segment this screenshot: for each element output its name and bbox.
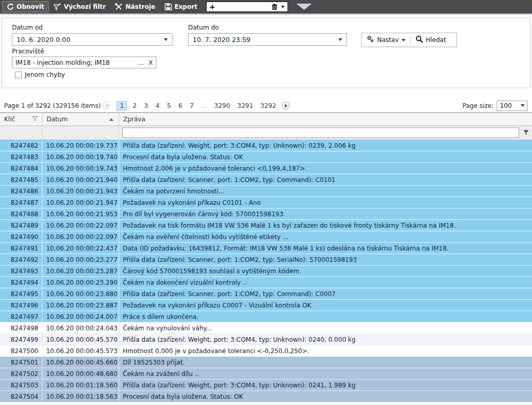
- page-number-button[interactable]: 3: [142, 102, 150, 110]
- row-message-cell: Čekám na dokončení vizuální kontroly ..: [119, 277, 532, 288]
- row-key-cell: 8247499: [0, 334, 42, 345]
- search-button[interactable]: Hledat: [411, 33, 451, 47]
- table-row[interactable]: 824748210.06.20 00:00:19.737Přišla data …: [0, 140, 532, 151]
- table-row[interactable]: 824750310.06.20 00:01:18.560Přišla data …: [0, 380, 532, 391]
- workplace-browse-button[interactable]: ...: [138, 59, 143, 66]
- tools-icon: [115, 3, 123, 10]
- filter-cell-date[interactable]: [42, 126, 119, 139]
- trash-icon[interactable]: [271, 4, 278, 10]
- table-row[interactable]: 824750410.06.20 00:01:18.563Procesní dat…: [0, 391, 532, 402]
- pager-pages: 1234567...329032913292: [114, 101, 280, 110]
- table-row[interactable]: 824749610.06.20 00:00:23.887Požadavek na…: [0, 300, 532, 311]
- preset-combo-value: +: [209, 3, 271, 10]
- page-number-button[interactable]: 6: [177, 102, 184, 110]
- table-row[interactable]: 824748610.06.20 00:00:21.943Čekám na pot…: [0, 186, 532, 197]
- preset-combo-caret-icon[interactable]: [281, 6, 285, 8]
- refresh-label: Obnovit: [17, 3, 44, 10]
- page-number-button[interactable]: 7: [188, 102, 195, 110]
- page-number-button[interactable]: 2: [131, 102, 138, 110]
- message-filter-input[interactable]: [122, 128, 519, 138]
- table-row[interactable]: 824748410.06.20 00:00:19.743Hmotnost 2,0…: [0, 163, 532, 174]
- date-from-label: Datum od: [12, 24, 42, 31]
- default-filter-button[interactable]: Výchozí filtr: [49, 1, 110, 12]
- page-size-caret-icon[interactable]: [521, 104, 525, 107]
- table-row[interactable]: 824750110.06.20 00:00:45.660Díl 19525303…: [0, 357, 532, 368]
- row-date-cell: 10.06.20 00:01:18.560: [42, 380, 119, 390]
- page-size-combo[interactable]: 100: [497, 101, 528, 111]
- date-to-combo[interactable]: 10. 7. 2020 23:59: [188, 33, 347, 46]
- row-message-cell: Čekám na vynulování váhy...: [119, 323, 532, 333]
- table-row[interactable]: 824748310.06.20 00:00:19.740Procesní dat…: [0, 151, 532, 163]
- page-number-button[interactable]: 1: [117, 101, 127, 110]
- row-date-cell: 10.06.20 00:00:23.277: [42, 254, 119, 265]
- filter-cell-key[interactable]: [0, 126, 42, 139]
- table-row[interactable]: 824750010.06.20 00:00:45.573Hmotnost 0,0…: [0, 345, 532, 357]
- row-message-cell: Procesní data byla uložena. Status: OK: [119, 151, 532, 162]
- table-row[interactable]: 824749510.06.20 00:00:23.880Přišla data …: [0, 288, 532, 300]
- column-header-message[interactable]: Zpráva: [119, 113, 532, 125]
- tools-button[interactable]: Nástroje: [110, 1, 160, 12]
- refresh-button[interactable]: Obnovit: [2, 1, 49, 12]
- column-filter-funnel-icon[interactable]: [32, 116, 38, 123]
- export-button[interactable]: Export: [160, 1, 202, 12]
- table-row[interactable]: 824749010.06.20 00:00:22.097Čekám na ově…: [0, 231, 532, 243]
- table-row[interactable]: 824749310.06.20 00:00:23.287Čárový kód 5…: [0, 266, 532, 277]
- set-button-label: Nastav: [377, 36, 399, 44]
- prev-page-button[interactable]: [103, 102, 110, 109]
- table-row[interactable]: 824748810.06.20 00:00:21.953Pro díl byl …: [0, 208, 532, 220]
- page-number-button[interactable]: 5: [165, 102, 172, 110]
- filter-actions-group: Nastav Hledat: [361, 33, 457, 47]
- row-key-cell: 8247493: [0, 266, 42, 276]
- collapse-toolbar-chevron-icon[interactable]: [296, 4, 312, 10]
- page-number-button[interactable]: 3290: [213, 102, 232, 110]
- workplace-clear-button[interactable]: X: [149, 59, 153, 66]
- next-page-icon: [285, 104, 287, 108]
- set-button-caret-icon[interactable]: [401, 39, 406, 41]
- page-number-button[interactable]: 3292: [259, 102, 278, 110]
- only-errors-label: Jenom chyby: [25, 71, 65, 78]
- table-row[interactable]: 824749910.06.20 00:00:45.570Přišla data …: [0, 334, 532, 345]
- set-button[interactable]: Nastav: [362, 33, 410, 47]
- date-from-combo[interactable]: 10. 6. 2020 0:00: [12, 33, 172, 46]
- sort-ascending-icon: [109, 118, 113, 121]
- row-message-cell: Přišla data (zařízení: Weight, port: 3:C…: [119, 334, 532, 345]
- grid-filter-row: [0, 126, 532, 140]
- export-label: Export: [175, 3, 197, 10]
- row-key-cell: 8247492: [0, 254, 42, 265]
- table-row[interactable]: 824748710.06.20 00:00:21.947Požadavek na…: [0, 197, 532, 208]
- table-row[interactable]: 824749410.06.20 00:00:23.290Čekám na dok…: [0, 277, 532, 288]
- row-message-cell: Procesní data byla uložena. Status: OK: [119, 391, 532, 402]
- workplace-input[interactable]: IM18 - injection molding; IM18 ... X: [12, 57, 156, 68]
- tools-label: Nástroje: [125, 3, 155, 10]
- row-date-cell: 10.06.20 00:00:45.660: [42, 357, 119, 368]
- page-number-button[interactable]: 4: [154, 102, 161, 110]
- row-message-cell: Práce s dílem ukončena.: [119, 311, 532, 322]
- row-key-cell: 8247489: [0, 220, 42, 231]
- table-row[interactable]: 824750210.06.20 00:00:48.680Čekám na zvá…: [0, 368, 532, 380]
- column-header-key[interactable]: Klíč: [0, 113, 42, 125]
- gears-icon: [366, 35, 375, 45]
- only-errors-checkbox[interactable]: [15, 72, 22, 78]
- filter-preset-combo[interactable]: +: [206, 2, 288, 12]
- table-row[interactable]: 824749710.06.20 00:00:24.007Práce s díle…: [0, 311, 532, 323]
- row-filter-funnel-icon[interactable]: [523, 130, 529, 136]
- row-date-cell: 10.06.20 00:00:23.887: [42, 300, 119, 311]
- row-date-cell: 10.06.20 00:00:23.290: [42, 277, 119, 288]
- search-button-label: Hledat: [426, 36, 446, 44]
- row-message-cell: Požadavek na vykonání příkazu C0007 - Vi…: [119, 300, 532, 311]
- column-header-date[interactable]: Datum: [42, 113, 119, 125]
- date-to-caret-icon[interactable]: [338, 38, 342, 41]
- row-key-cell: 8247503: [0, 380, 42, 390]
- page-number-button[interactable]: 3291: [236, 102, 255, 110]
- table-row[interactable]: 824749110.06.20 00:00:22.437Data (ID pož…: [0, 243, 532, 254]
- date-from-caret-icon[interactable]: [164, 38, 168, 41]
- table-row[interactable]: 824748510.06.20 00:00:21.940Přišla data …: [0, 174, 532, 186]
- default-filter-label: Výchozí filtr: [64, 3, 106, 10]
- row-message-cell: Přišla data (zařízení: Weight, port: 3:C…: [119, 140, 532, 151]
- next-page-button[interactable]: [282, 102, 290, 109]
- row-date-cell: 10.06.20 00:01:18.563: [42, 391, 119, 402]
- table-row[interactable]: 824748910.06.20 00:00:22.097Požadavek na…: [0, 220, 532, 231]
- table-row[interactable]: 824749810.06.20 00:00:24.043Čekám na vyn…: [0, 323, 532, 334]
- table-row[interactable]: 824749210.06.20 00:00:23.277Přišla data …: [0, 254, 532, 266]
- row-date-cell: 10.06.20 00:00:23.287: [42, 266, 119, 276]
